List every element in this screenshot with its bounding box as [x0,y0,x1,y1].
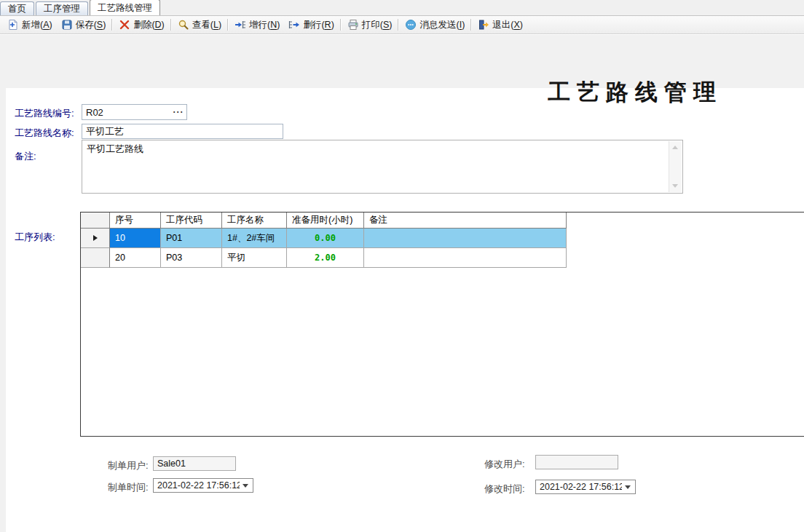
column-header[interactable]: 工序名称 [222,213,287,229]
toolbar-button-label: 删行(R) [303,19,334,31]
grid-cell[interactable] [364,229,567,248]
tab-home[interactable]: 首页 [0,1,34,15]
remark-value: 平切工艺路线 [87,143,665,156]
dropdown-arrow-icon [625,485,631,489]
grid-cell[interactable] [364,248,567,268]
grid-cell[interactable]: 20 [110,248,161,268]
modify-time-label: 修改时间: [484,483,525,496]
left-margin-strip [0,88,6,532]
page-title: 工艺路线管理 [548,77,722,108]
grid-cell[interactable]: 平切 [222,248,287,268]
exit-icon [478,19,489,31]
toolbar-separator [340,19,342,31]
delete-button[interactable]: 删除(D) [114,17,168,33]
create-time-label: 制单时间: [108,481,149,494]
route-name-value: 平切工艺 [82,125,124,138]
modifier-input[interactable] [535,455,618,469]
toolbar-button-label: 新增(A) [22,19,52,31]
add-row-icon [234,19,246,31]
print-button[interactable]: 打印(S) [343,17,397,33]
toolbar-separator [170,19,172,31]
toolbar-separator [227,19,229,31]
view-button[interactable]: 查看(L) [173,17,226,33]
modify-time-value: 2021-02-22 17:56:12 [536,482,622,492]
grid-cell[interactable]: 1#、2#车间 [222,229,287,248]
toolbar-button-label: 增行(N) [249,19,280,31]
add-row-button[interactable]: 增行(N) [230,17,284,33]
process-list-label: 工序列表: [15,231,55,244]
route-code-input[interactable]: R02 ··· [82,104,187,120]
row-indicator-cell[interactable] [81,248,110,268]
toolbar: 新增(A)保存(S)删除(D)查看(L)增行(N)删行(R)打印(S)消息发送(… [0,16,804,34]
column-header[interactable]: 工序代码 [161,213,222,229]
scroll-down-icon[interactable] [672,184,678,188]
tab-process-route-management[interactable]: 工艺路线管理 [90,0,160,15]
row-indicator-cell[interactable] [81,229,110,248]
send-message-button[interactable]: 消息发送(I) [401,17,469,33]
route-name-input[interactable]: 平切工艺 [82,124,283,139]
toolbar-separator [470,19,472,31]
create-time-picker[interactable]: 2021-02-22 17:56:12 [153,478,253,493]
toolbar-button-label: 删除(D) [133,19,164,31]
grid-corner-cell [81,213,110,229]
modify-time-picker[interactable]: 2021-02-22 17:56:12 [535,480,636,494]
exit-button[interactable]: 退出(X) [473,17,527,33]
grid-cell[interactable]: P01 [161,229,222,248]
dropdown-arrow-icon [243,484,248,488]
grid-cell[interactable]: 10 [110,229,161,248]
grid-cell[interactable]: 0.00 [287,229,364,248]
new-document-icon [7,19,19,31]
save-button[interactable]: 保存(S) [57,17,111,33]
toolbar-separator [111,19,113,31]
grid-header-row: 序号工序代码工序名称准备用时(小时)备注 [81,213,804,229]
route-code-value: R02 [82,107,103,118]
route-code-label: 工艺路线编号: [15,107,74,120]
table-row[interactable]: 20P03平切2.00 [81,248,804,268]
column-header[interactable]: 序号 [110,213,161,229]
toolbar-button-label: 退出(X) [492,19,523,31]
message-icon [405,19,417,31]
toolbar-button-label: 查看(L) [192,19,221,31]
column-header[interactable]: 备注 [364,213,567,229]
new-button[interactable]: 新增(A) [3,17,57,33]
remark-scrollbar[interactable] [669,141,682,192]
grid-cell[interactable]: 2.00 [287,248,364,268]
table-row[interactable]: 10P011#、2#车间0.00 [81,229,804,248]
creator-input[interactable]: Sale01 [153,456,236,471]
modifier-label: 修改用户: [484,458,525,471]
remark-textarea[interactable]: 平切工艺路线 [82,140,683,194]
delete-row-icon [288,19,300,31]
toolbar-button-label: 保存(S) [76,19,106,31]
current-row-arrow-icon [93,235,98,241]
route-code-browse-button[interactable]: ··· [170,107,186,117]
toolbar-separator [398,19,399,31]
remark-label: 备注: [15,150,36,163]
process-grid: 序号工序代码工序名称准备用时(小时)备注10P011#、2#车间0.0020P0… [80,212,804,437]
magnifier-icon [178,19,189,31]
route-name-label: 工艺路线名称: [15,127,74,140]
tab-process-management[interactable]: 工序管理 [36,1,88,15]
tab-bar: 首页工序管理工艺路线管理 [0,0,804,16]
delete-row-button[interactable]: 删行(R) [284,17,338,33]
toolbar-button-label: 打印(S) [362,19,393,31]
title-band: 工艺路线管理 [0,35,804,88]
save-icon [61,19,73,31]
process-route-window: 首页工序管理工艺路线管理 新增(A)保存(S)删除(D)查看(L)增行(N)删行… [0,0,804,532]
grid-cell[interactable]: P03 [161,248,222,268]
delete-x-icon [119,19,130,31]
printer-icon [347,19,359,31]
column-header[interactable]: 准备用时(小时) [287,213,364,229]
creator-value: Sale01 [154,458,186,469]
create-time-value: 2021-02-22 17:56:12 [154,480,240,491]
toolbar-button-label: 消息发送(I) [419,19,465,31]
scroll-up-icon[interactable] [672,146,678,149]
creator-label: 制单用户: [108,459,149,472]
